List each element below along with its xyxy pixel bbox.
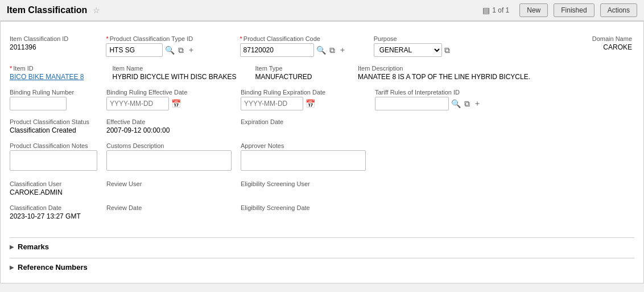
item-type-field: Item Type MANUFACTURED <box>255 65 358 81</box>
binding-ruling-effective-date-calendar-icon[interactable]: 📅 <box>170 98 182 109</box>
reference-numbers-title: Reference Numbers <box>18 263 88 272</box>
item-classification-id-value: 2011396 <box>10 43 97 51</box>
effective-date-field: Effective Date 2007-09-12 00:00:00 <box>106 118 241 134</box>
binding-ruling-effective-date-group: 📅 <box>106 97 232 110</box>
item-id-field: *Item ID BICO BIKE MANATEE 8 <box>10 65 113 81</box>
classification-user-field: Classification User CAROKE.ADMIN <box>10 180 106 196</box>
remarks-collapse-icon: ▶ <box>10 244 14 250</box>
remarks-header[interactable]: ▶ Remarks <box>10 237 634 253</box>
purpose-input-group: GENERAL ⧉ <box>374 43 498 57</box>
tariff-rules-copy-icon[interactable]: ⧉ <box>463 98 471 109</box>
product-classification-status-value: Classification Created <box>10 126 97 134</box>
tariff-rules-field: Tariff Rules of Interpretation ID 🔍 ⧉ ＋ <box>375 89 634 110</box>
binding-ruling-expiration-date-calendar-icon[interactable]: 📅 <box>304 98 316 109</box>
product-classification-status-field: Product Classification Status Classifica… <box>10 118 106 134</box>
eligibility-screening-date-field: Eligibility Screening Date <box>241 204 375 212</box>
expiration-date-label: Expiration Date <box>241 118 366 125</box>
item-classification-id-label: Item Classification ID <box>10 35 97 42</box>
item-description-value: MANATEE 8 IS A TOP OF THE LINE HYBRID BI… <box>358 73 625 81</box>
item-id-label: *Item ID <box>10 65 104 72</box>
tariff-rules-add-icon[interactable]: ＋ <box>472 98 482 109</box>
approver-notes-label: Approver Notes <box>241 142 366 149</box>
tariff-rules-search-icon[interactable]: 🔍 <box>450 98 462 109</box>
classification-user-label: Classification User <box>10 180 97 187</box>
expiration-date-field: Expiration Date <box>241 118 375 126</box>
product-classification-notes-input[interactable] <box>10 150 97 171</box>
product-classification-type-id-add-icon[interactable]: ＋ <box>186 44 196 56</box>
review-user-field: Review User <box>106 180 241 188</box>
item-type-label: Item Type <box>255 65 349 72</box>
binding-ruling-effective-date-input[interactable] <box>106 97 169 110</box>
review-user-label: Review User <box>106 180 232 187</box>
tariff-rules-input[interactable] <box>375 97 449 110</box>
binding-ruling-effective-date-label: Binding Ruling Effective Date <box>106 89 232 96</box>
item-description-field: Item Description MANATEE 8 IS A TOP OF T… <box>358 65 634 81</box>
page-title: Item Classification <box>7 5 87 15</box>
record-counter: 1 of 1 <box>492 6 509 14</box>
tariff-rules-label: Tariff Rules of Interpretation ID <box>375 89 625 96</box>
product-classification-code-add-icon[interactable]: ＋ <box>337 44 348 56</box>
tariff-rules-input-group: 🔍 ⧉ ＋ <box>375 97 625 110</box>
effective-date-label: Effective Date <box>106 118 232 125</box>
reference-numbers-header[interactable]: ▶ Reference Numbers <box>10 258 634 274</box>
remarks-section: ▶ Remarks <box>10 237 634 253</box>
domain-name-value: CAROKE <box>507 43 632 51</box>
product-classification-type-id-search-icon[interactable]: 🔍 <box>164 45 176 55</box>
binding-ruling-expiration-date-label: Binding Ruling Expiration Date <box>241 89 366 96</box>
approver-notes-field: Approver Notes <box>241 142 375 172</box>
product-classification-type-id-copy-icon[interactable]: ⧉ <box>177 45 185 56</box>
record-nav-icon: ▤ <box>482 6 490 15</box>
binding-ruling-number-label: Binding Ruling Number <box>10 89 97 96</box>
product-classification-code-copy-icon[interactable]: ⧉ <box>328 45 336 56</box>
item-name-label: Item Name <box>113 65 246 72</box>
item-type-value: MANUFACTURED <box>255 73 349 81</box>
binding-ruling-number-field: Binding Ruling Number <box>10 89 106 110</box>
customs-description-label: Customs Description <box>106 142 232 149</box>
favorite-icon[interactable]: ☆ <box>93 6 100 15</box>
product-classification-type-id-label: *Product Classification Type ID <box>106 35 230 42</box>
eligibility-screening-user-label: Eligibility Screening User <box>241 180 366 187</box>
actions-button[interactable]: Actions <box>600 3 637 17</box>
approver-notes-input[interactable] <box>241 150 366 171</box>
customs-description-field: Customs Description <box>106 142 241 172</box>
binding-ruling-expiration-date-field: Binding Ruling Expiration Date 📅 <box>241 89 375 110</box>
finished-button[interactable]: Finished <box>554 3 594 17</box>
review-date-label: Review Date <box>106 204 232 211</box>
effective-date-value: 2007-09-12 00:00:00 <box>106 126 232 134</box>
purpose-select[interactable]: GENERAL <box>374 43 442 57</box>
binding-ruling-number-input[interactable] <box>10 97 67 110</box>
purpose-field: Purpose GENERAL ⧉ <box>374 35 507 57</box>
item-name-value: HYBRID BICYCLE WITH DISC BRAKES <box>113 73 246 81</box>
classification-date-label: Classification Date <box>10 204 97 211</box>
domain-name-field: Domain Name CAROKE <box>507 35 634 51</box>
item-name-field: Item Name HYBRID BICYCLE WITH DISC BRAKE… <box>113 65 255 81</box>
new-button[interactable]: New <box>519 3 548 17</box>
reference-numbers-collapse-icon: ▶ <box>10 264 14 270</box>
binding-ruling-expiration-date-group: 📅 <box>241 97 366 110</box>
binding-ruling-expiration-date-input[interactable] <box>241 97 303 110</box>
record-navigation: ▤ 1 of 1 <box>482 6 509 15</box>
purpose-label: Purpose <box>374 35 498 42</box>
product-classification-code-input[interactable] <box>240 43 314 57</box>
product-classification-code-search-icon[interactable]: 🔍 <box>315 45 327 55</box>
product-classification-code-input-group: 🔍 ⧉ ＋ <box>240 43 365 57</box>
eligibility-screening-user-field: Eligibility Screening User <box>241 180 375 188</box>
product-classification-code-field: *Product Classification Code 🔍 ⧉ ＋ <box>240 35 374 57</box>
product-classification-notes-label: Product Classification Notes <box>10 142 97 149</box>
classification-date-field: Classification Date 2023-10-27 13:27 GMT <box>10 204 106 220</box>
domain-name-label: Domain Name <box>507 35 632 42</box>
customs-description-input[interactable] <box>106 150 232 171</box>
item-id-value[interactable]: BICO BIKE MANATEE 8 <box>10 73 104 81</box>
item-classification-id-field: Item Classification ID 2011396 <box>10 35 106 51</box>
product-classification-status-label: Product Classification Status <box>10 118 97 125</box>
classification-date-value: 2023-10-27 13:27 GMT <box>10 212 97 220</box>
binding-ruling-effective-date-field: Binding Ruling Effective Date 📅 <box>106 89 241 110</box>
classification-user-value: CAROKE.ADMIN <box>10 188 97 196</box>
eligibility-screening-date-label: Eligibility Screening Date <box>241 204 366 211</box>
product-classification-notes-field: Product Classification Notes <box>10 142 106 172</box>
product-classification-code-label: *Product Classification Code <box>240 35 365 42</box>
reference-numbers-section: ▶ Reference Numbers <box>10 258 634 274</box>
review-date-field: Review Date <box>106 204 241 212</box>
product-classification-type-id-input[interactable] <box>106 43 163 57</box>
purpose-copy-icon[interactable]: ⧉ <box>443 45 451 56</box>
